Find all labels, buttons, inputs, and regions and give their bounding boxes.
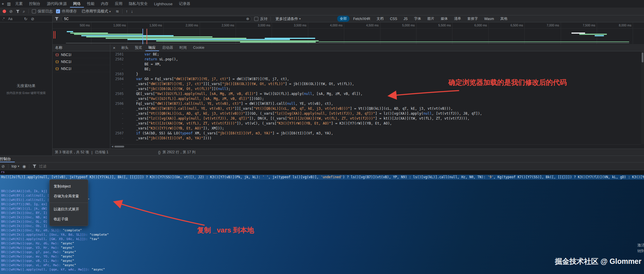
network-filter-input[interactable] <box>64 17 244 21</box>
main-tab[interactable]: 元素 <box>12 0 26 8</box>
clear-filter-icon[interactable]: ⊗ <box>246 17 249 21</box>
filter-chip[interactable]: Fetch/XHR <box>351 16 373 21</box>
filter-chip[interactable]: 套接字 <box>465 16 480 22</box>
record-button[interactable] <box>3 10 6 13</box>
more-filters-button[interactable]: 更多过滤条件 ▾ <box>274 16 302 22</box>
console-filter-input[interactable] <box>38 164 77 169</box>
main-tab[interactable]: 隐私与安全 <box>126 0 151 8</box>
code-text: BE; <box>128 67 151 72</box>
export-har-icon[interactable]: ↓ <box>131 9 133 14</box>
filter-chip[interactable]: CSS <box>387 16 400 21</box>
menu-item[interactable]: 收起子级 <box>50 214 88 224</box>
filter-chip[interactable]: 图片 <box>425 16 437 22</box>
code-text: _vars["kt()[Jz(XA)](tW, vt(fL), ZT, vt(v… <box>128 121 392 126</box>
timeline-tick-label: 3,000 ms <box>258 24 272 27</box>
line-number: - <box>110 96 128 101</box>
console-log-line: BR()[wH(Ik)].apply(null, [Uxc, YA, Bd, S… <box>0 232 109 237</box>
search-hint: 按内容并按 Enter 键即可搜索 <box>0 91 52 95</box>
timeline-overview[interactable]: 500 ms1,000 ms1,500 ms2,000 ms2,500 ms3,… <box>53 22 644 44</box>
filter-chip[interactable]: 文档 <box>374 16 386 22</box>
horizontal-scrollbar[interactable]: ◀ <box>110 144 641 148</box>
search-icon[interactable]: ⌕ <box>23 9 25 14</box>
code-text: Fq[_vars["dW()[lW(B7)].call(null, YE, vt… <box>128 101 333 106</box>
invert-checkbox[interactable] <box>254 17 258 21</box>
main-tab[interactable]: Lighthouse <box>151 0 176 8</box>
inspect-icon[interactable]: ⌖ <box>0 1 6 6</box>
main-tab[interactable]: 内存 <box>98 0 112 8</box>
horizontal-scroll-thumb[interactable] <box>114 146 124 147</box>
code-row: 2502 return sL.pop(), <box>110 57 641 62</box>
console-log-line: BR()[wH(Hw)](qqe, g7, pac, Hw): "async" <box>0 250 109 254</box>
tab-console[interactable]: 控制台 <box>0 156 15 162</box>
toolbar-divider <box>29 164 29 169</box>
filter-chip[interactable]: 媒体 <box>438 16 450 22</box>
code-text: _vars["jb()[E6(tI)](Vf, m3, YA)"]))) <box>128 136 212 141</box>
response-tab[interactable]: 启动器 <box>159 44 176 51</box>
menu-item[interactable]: 复制object <box>50 181 88 191</box>
response-tabs: 标头预览响应启动器时间Cookie <box>118 44 208 51</box>
response-tab[interactable]: Cookie <box>190 44 208 51</box>
execution-context-select[interactable]: top ▾ <box>12 164 19 168</box>
request-list-header[interactable]: 名称 <box>53 44 110 51</box>
import-har-icon[interactable]: ↑ <box>126 9 128 14</box>
waterfall-bar <box>127 39 290 40</box>
live-expression-eye-icon[interactable]: ◉ <box>22 164 26 169</box>
recording-start-tick <box>55 31 55 39</box>
disable-cache-checkbox[interactable]: ✓ <box>56 9 60 13</box>
main-tab[interactable]: 性能 <box>84 0 98 8</box>
filter-chip[interactable]: 全部 <box>337 16 349 22</box>
pretty-print-icon[interactable]: {} <box>158 150 160 154</box>
filter-chip[interactable]: JS <box>401 16 410 21</box>
timeline-tick-label: 5,500 ms <box>438 24 452 27</box>
clear-console-icon[interactable]: ⊘ <box>1 164 5 169</box>
device-toolbar-icon[interactable]: ▥ <box>6 1 12 6</box>
vertical-scrollbar[interactable] <box>641 51 644 144</box>
request-row[interactable]: {}N5C1I <box>53 58 110 65</box>
chevron-down-icon: ▾ <box>109 10 111 13</box>
main-tab[interactable]: 应用 <box>112 0 126 8</box>
line-number: - <box>110 106 128 111</box>
code-row: - _vars["jb()[E6(OL)](tW, Ot, vt(fL))"]]… <box>110 86 641 91</box>
filter-chip[interactable]: 字体 <box>411 16 423 22</box>
network-conditions-icon[interactable]: ≋ <box>116 9 119 14</box>
request-row[interactable]: {}N5C1I <box>53 51 110 58</box>
timeline-gridline <box>416 22 416 44</box>
regex-toggle-icon[interactable]: .* <box>2 17 5 21</box>
console-log-line: BR()[wH(Hw)](qqe, V3, Hr, Hw): "async" <box>0 246 109 250</box>
timeline-gridline <box>633 22 633 44</box>
close-icon[interactable]: × <box>110 45 118 50</box>
response-tab[interactable]: 时间 <box>176 44 190 51</box>
filter-chip[interactable]: 其他 <box>498 16 510 22</box>
waterfall-bar <box>595 35 604 36</box>
code-row: - _vars["kt()[Jz(XA)](tW, vt(fL), ZT, vt… <box>110 121 641 126</box>
main-tab[interactable]: 源代码/来源 <box>44 0 70 8</box>
code-text: _vars["Vw()[UJ(fL)].apply(null, [sA, Mg,… <box>128 96 264 101</box>
response-tab[interactable]: 标头 <box>118 44 132 51</box>
chevron-down-icon: ▾ <box>299 17 301 20</box>
recording-start-tick <box>53 31 54 39</box>
menu-item[interactable]: 存储为全局变量 <box>50 191 88 201</box>
vertical-scroll-thumb[interactable] <box>642 53 643 62</box>
match-case-toggle-icon[interactable]: Aa <box>8 17 12 21</box>
menu-item[interactable]: 以递归方式展开 <box>50 204 88 214</box>
clear-network-log-icon[interactable]: ⊘ <box>9 9 13 14</box>
filter-toggle-icon[interactable] <box>16 10 20 13</box>
line-number: - <box>110 116 128 121</box>
toolbar-divider <box>28 9 29 14</box>
filter-chip[interactable]: 清单 <box>451 16 463 22</box>
refresh-icon[interactable]: ↻ <box>24 17 28 21</box>
main-tab[interactable]: 控制台 <box>26 0 44 8</box>
response-tab[interactable]: 预览 <box>132 44 145 51</box>
main-tab[interactable]: 网络 <box>70 0 84 8</box>
page-event-line <box>147 29 147 44</box>
response-tab[interactable]: 响应 <box>145 44 159 51</box>
code-row: - _vars["dW()[lW(B7)].call(null, YE, vt(… <box>110 106 641 111</box>
throttling-select[interactable]: 已停用节流模式 ▾ <box>80 8 113 15</box>
scroll-left-icon[interactable]: ◀ <box>110 145 114 148</box>
preserve-log-checkbox[interactable] <box>32 9 36 13</box>
request-row[interactable]: {}N5C1I <box>53 65 110 72</box>
filter-chip[interactable]: Wasm <box>481 16 497 21</box>
main-tab[interactable]: 记录器 <box>176 0 193 8</box>
clear-search-icon[interactable]: ⊘ <box>31 17 34 21</box>
console-log-line: BR()[wH(HJ)].apply(null, [GW, X9, U4c, k… <box>0 237 109 241</box>
